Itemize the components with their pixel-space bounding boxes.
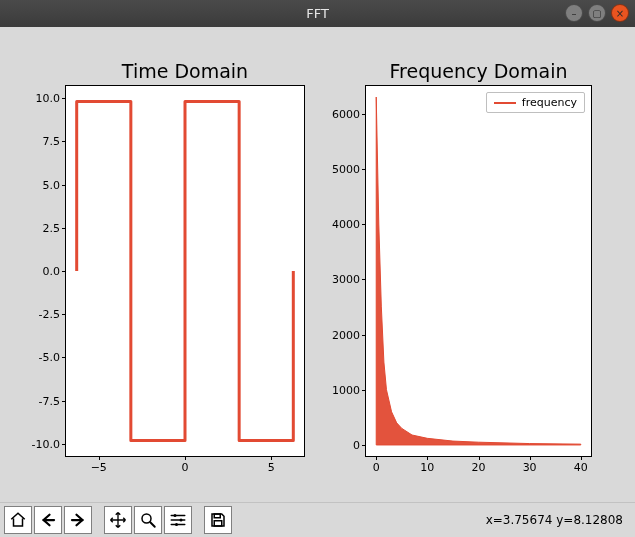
configure-icon xyxy=(169,511,187,529)
legend: frequency xyxy=(486,92,585,113)
pan-icon xyxy=(109,511,127,529)
configure-button[interactable] xyxy=(164,506,192,534)
save-button[interactable] xyxy=(204,506,232,534)
area-series xyxy=(376,97,581,445)
legend-swatch xyxy=(494,102,516,104)
svg-rect-5 xyxy=(214,521,222,526)
zoom-button[interactable] xyxy=(134,506,162,534)
home-button[interactable] xyxy=(4,506,32,534)
frequency-domain-axes[interactable]: Frequency Domain frequency 0100020003000… xyxy=(365,85,592,457)
forward-icon xyxy=(69,511,87,529)
svg-point-1 xyxy=(174,514,177,517)
svg-point-2 xyxy=(180,519,183,522)
back-button[interactable] xyxy=(34,506,62,534)
y-tick-label: -10.0 xyxy=(32,437,66,450)
minimize-button[interactable]: – xyxy=(565,4,583,22)
maximize-button[interactable]: ▢ xyxy=(588,4,606,22)
legend-label: frequency xyxy=(522,96,577,109)
y-tick-label: 5000 xyxy=(332,162,366,175)
axes-title-time: Time Domain xyxy=(66,60,304,82)
pan-button[interactable] xyxy=(104,506,132,534)
svg-rect-4 xyxy=(214,514,220,518)
svg-point-3 xyxy=(175,523,178,526)
home-icon xyxy=(9,511,27,529)
zoom-icon xyxy=(139,511,157,529)
back-icon xyxy=(39,511,57,529)
time-domain-axes[interactable]: Time Domain -10.0-7.5-5.0-2.50.02.55.07.… xyxy=(65,85,305,457)
y-tick-label: 3000 xyxy=(332,273,366,286)
save-icon xyxy=(209,511,227,529)
close-button[interactable]: × xyxy=(611,4,629,22)
window-buttons: – ▢ × xyxy=(565,4,629,22)
line-series xyxy=(77,102,294,441)
y-tick-label: 6000 xyxy=(332,107,366,120)
y-tick-label: 2000 xyxy=(332,328,366,341)
toolbar: x=3.75674 y=8.12808 xyxy=(0,502,635,537)
forward-button[interactable] xyxy=(64,506,92,534)
window-title: FFT xyxy=(0,6,635,21)
titlebar: FFT – ▢ × xyxy=(0,0,635,27)
y-tick-label: 4000 xyxy=(332,218,366,231)
figure-area: Time Domain -10.0-7.5-5.0-2.50.02.55.07.… xyxy=(0,27,635,502)
y-tick-label: 1000 xyxy=(332,383,366,396)
axes-title-freq: Frequency Domain xyxy=(366,60,591,82)
coord-readout: x=3.75674 y=8.12808 xyxy=(486,513,631,527)
